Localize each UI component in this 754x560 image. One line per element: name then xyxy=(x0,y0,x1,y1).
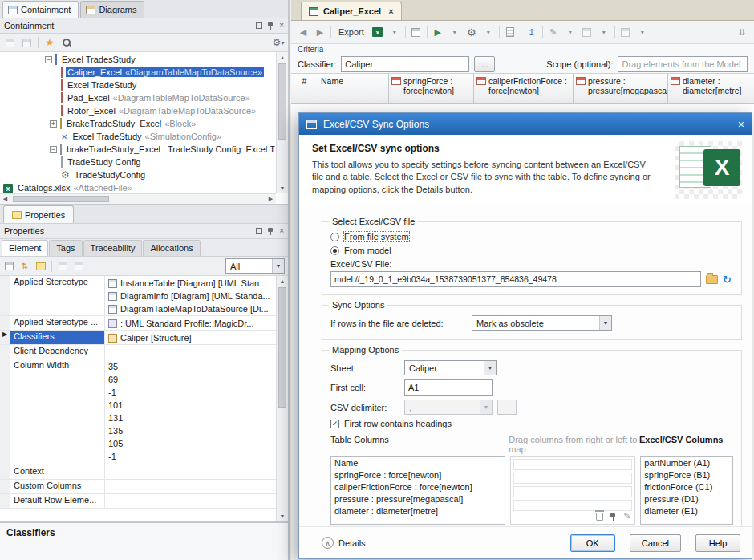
tab-element[interactable]: Element xyxy=(2,240,48,256)
add-row-icon[interactable] xyxy=(581,25,594,39)
property-row[interactable]: Client Dependency xyxy=(0,345,276,359)
link-with-editor-icon[interactable] xyxy=(6,39,14,47)
tab-containment[interactable]: Containment xyxy=(2,1,79,18)
show-columns-icon[interactable] xyxy=(410,25,423,39)
tree-item[interactable]: ✕ Excel TradeStudy«SimulationConfig» xyxy=(0,130,276,143)
collapse-all-icon[interactable] xyxy=(22,39,31,47)
tab-diagrams[interactable]: Diagrams xyxy=(80,1,144,18)
from-model-row[interactable]: From model xyxy=(330,246,733,255)
float-panel-icon[interactable] xyxy=(256,228,262,234)
from-file-system-row[interactable]: From file system xyxy=(330,232,733,241)
list-item[interactable]: diameter (E1) xyxy=(642,505,732,517)
scroll-down-icon[interactable]: ▼ xyxy=(277,511,288,521)
run-icon[interactable]: ▶ xyxy=(432,25,444,39)
scope-input[interactable] xyxy=(618,56,748,72)
list-item[interactable]: springForce (B1) xyxy=(642,469,732,481)
from-file-system-radio[interactable] xyxy=(330,233,339,241)
list-item[interactable]: pressure (D1) xyxy=(642,493,732,505)
tree-item[interactable]: + BrakeTradeStudy_Excel«Block» xyxy=(0,117,276,130)
pin-panel-icon[interactable] xyxy=(267,227,274,235)
favorites-icon[interactable]: ★ xyxy=(46,38,55,47)
tree-horizontal-scrollbar[interactable]: ◀ ▶ xyxy=(0,193,276,204)
chevron-down-icon[interactable]: ▼ xyxy=(272,259,284,273)
browse-folder-icon[interactable] xyxy=(706,275,718,284)
move-up-icon[interactable]: ↥ xyxy=(525,25,538,39)
gear-dropdown-icon[interactable]: ▾ xyxy=(281,39,284,47)
column-header-diameter[interactable]: diameter : diameter[metre] xyxy=(668,74,754,104)
tree-item[interactable]: Rotor_Excel«DiagramTableMapToDataSource» xyxy=(0,104,276,117)
sort-icon[interactable]: ⇅ xyxy=(22,262,28,271)
table-tools-dropdown-icon[interactable]: ▾ xyxy=(636,25,649,39)
list-item[interactable]: springForce : force[newton] xyxy=(332,469,504,481)
property-row[interactable]: Custom Columns xyxy=(0,480,276,494)
navigate-back-icon[interactable]: ◀ xyxy=(297,25,310,39)
categorized-view-icon[interactable] xyxy=(5,262,14,270)
chevron-down-icon[interactable]: ▼ xyxy=(599,316,611,330)
add-row-dropdown-icon[interactable]: ▾ xyxy=(598,25,610,39)
property-row[interactable]: Context xyxy=(0,465,276,480)
first-cell-input[interactable] xyxy=(404,379,493,396)
tree-item[interactable]: Excel TradeStudy xyxy=(0,79,276,91)
tab-allocations[interactable]: Allocations xyxy=(143,240,200,256)
export-options-dropdown-icon[interactable]: ▾ xyxy=(388,25,401,39)
scroll-up-icon[interactable]: ▲ xyxy=(277,276,288,286)
mapping-slot[interactable] xyxy=(513,459,633,470)
delete-mapping-icon[interactable] xyxy=(596,513,603,521)
tree-item[interactable]: TradeStudy Config xyxy=(0,156,276,168)
table-columns-list[interactable]: Name springForce : force[newton] caliper… xyxy=(330,456,505,525)
scroll-down-icon[interactable]: ▼ xyxy=(277,183,288,193)
sheet-combo[interactable]: Caliper ▼ xyxy=(404,360,497,375)
classifier-input[interactable] xyxy=(341,56,469,72)
edit-dropdown-icon[interactable]: ▾ xyxy=(564,25,577,39)
property-row-selected[interactable]: ▶ Classifiers Caliper [Structure] xyxy=(0,331,276,345)
column-header-number[interactable]: # xyxy=(291,74,318,104)
chevron-down-icon[interactable]: ▼ xyxy=(484,361,496,375)
collapse-expander-icon[interactable]: − xyxy=(45,56,52,63)
close-tab-icon[interactable]: × xyxy=(388,6,393,16)
details-expander[interactable]: ∧ Details xyxy=(322,537,366,549)
navigate-forward-icon[interactable]: ▶ xyxy=(314,25,326,39)
edit-icon[interactable]: ✎ xyxy=(547,25,560,39)
column-header-name[interactable]: Name xyxy=(318,74,389,104)
tree-item[interactable]: Pad_Excel«DiagramTableMapToDataSource» xyxy=(0,91,276,104)
expert-mode-icon[interactable] xyxy=(75,262,83,270)
tree-item[interactable]: − Excel TradesStudy xyxy=(0,53,276,66)
tree-item-selected[interactable]: Caliper_Excel«DiagramTableMapToDataSourc… xyxy=(0,66,276,79)
list-item[interactable]: frictionForce (C1) xyxy=(642,481,732,493)
tree-item[interactable]: x Catalogs.xlsx«AttachedFile» xyxy=(0,181,276,193)
list-item[interactable]: caliperFrictionForce : force[newton] xyxy=(332,481,504,493)
mapping-slot[interactable] xyxy=(513,473,633,484)
collapse-expander-icon[interactable]: − xyxy=(50,146,57,153)
properties-vertical-scrollbar[interactable]: ▲ ▼ xyxy=(276,276,288,521)
first-row-headings-row[interactable]: ✓ First row contains headings xyxy=(330,419,733,428)
search-icon[interactable] xyxy=(62,38,71,47)
pin-mapping-icon[interactable] xyxy=(610,513,617,521)
column-header-pressure[interactable]: pressure : pressure[megapascal] xyxy=(574,74,668,104)
gear-icon[interactable]: ⚙ xyxy=(273,38,282,47)
settings-icon[interactable]: ⚙ xyxy=(465,25,478,39)
settings-dropdown-icon[interactable]: ▾ xyxy=(482,25,495,39)
edit-mapping-icon[interactable]: ✎ xyxy=(623,512,630,521)
minimize-toolbar-icon[interactable]: ⇊ xyxy=(736,25,748,39)
tree-item[interactable]: − brakeTradeStudy_Excel : TradeStudy Con… xyxy=(0,143,276,156)
scroll-right-icon[interactable]: ▶ xyxy=(266,194,276,204)
table-tools-icon[interactable] xyxy=(619,25,632,39)
excel-sync-icon[interactable]: x xyxy=(371,25,384,39)
tab-caliper-excel[interactable]: Caliper_Excel × xyxy=(301,2,402,20)
close-panel-icon[interactable]: × xyxy=(279,228,284,234)
export-button[interactable]: Export xyxy=(335,26,367,38)
excel-file-input[interactable] xyxy=(330,271,701,287)
tab-traceability[interactable]: Traceability xyxy=(83,240,143,256)
validation-icon[interactable] xyxy=(504,25,517,39)
scroll-up-icon[interactable]: ▲ xyxy=(277,52,288,63)
show-description-icon[interactable] xyxy=(36,262,46,270)
run-options-dropdown-icon[interactable]: ▾ xyxy=(448,25,461,39)
customize-columns-icon[interactable] xyxy=(59,262,67,270)
classifier-browse-button[interactable]: ... xyxy=(474,56,495,72)
dialog-title-bar[interactable]: Excel/CSV Sync Options × xyxy=(299,113,752,135)
properties-filter-combo[interactable]: All ▼ xyxy=(225,258,285,274)
tree-item[interactable]: ⚙ TradeStudyConfig xyxy=(0,168,276,181)
tab-tags[interactable]: Tags xyxy=(49,240,82,256)
pin-panel-icon[interactable] xyxy=(267,22,274,30)
float-panel-icon[interactable] xyxy=(256,22,262,29)
